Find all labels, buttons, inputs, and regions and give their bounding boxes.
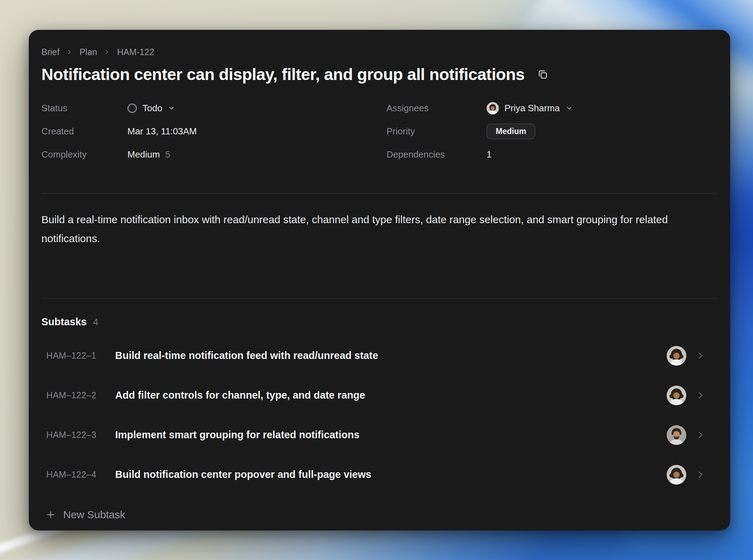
subtask-id: HAM–122–4: [46, 469, 109, 480]
chevron-right-icon: [66, 49, 72, 55]
field-label: Dependencies: [387, 149, 487, 160]
field-grid: Status Todo Created Mar 13, 11:03AM Comp…: [41, 96, 718, 166]
assignee-name: Priya Sharma: [504, 103, 560, 114]
status-value: Todo: [143, 103, 162, 114]
subtask-row[interactable]: HAM–122–4 Build notification center popo…: [41, 455, 718, 494]
woman-curly-avatar: [667, 386, 686, 405]
task-description: Build a real-time notification inbox wit…: [41, 210, 673, 248]
chevron-right-icon[interactable]: [695, 351, 705, 360]
dependencies-value: 1: [487, 149, 491, 160]
field-label: Complexity: [41, 149, 127, 160]
chevron-right-icon: [104, 49, 110, 55]
chevron-down-icon: [168, 105, 175, 112]
subtasks-heading: Subtasks: [41, 316, 87, 328]
subtask-row[interactable]: HAM–122–1 Build real-time notification f…: [41, 336, 718, 375]
breadcrumb-item-task-id[interactable]: HAM-122: [117, 47, 154, 57]
divider: [41, 298, 718, 299]
subtask-id: HAM–122–2: [46, 390, 109, 400]
subtask-row[interactable]: HAM–122–3 Implement smart grouping for r…: [41, 415, 718, 455]
field-created: Created Mar 13, 11:03AM: [41, 120, 379, 143]
field-label: Created: [41, 126, 127, 137]
field-column-right: Assignees Priya Sharma Priority Medium D…: [379, 96, 718, 166]
created-value: Mar 13, 11:03AM: [127, 126, 197, 137]
chevron-right-icon[interactable]: [695, 430, 705, 440]
subtask-row[interactable]: HAM–122–2 Add filter controls for channe…: [41, 375, 718, 415]
complexity-score: 5: [165, 149, 170, 160]
field-column-left: Status Todo Created Mar 13, 11:03AM Comp…: [41, 96, 379, 166]
subtask-title: Build notification center popover and fu…: [109, 469, 667, 480]
field-dependencies: Dependencies 1: [387, 143, 718, 166]
subtasks-header: Subtasks 4: [41, 316, 98, 329]
field-status: Status Todo: [41, 96, 379, 120]
new-subtask-button[interactable]: New Subtask: [41, 506, 130, 524]
field-assignees: Assignees Priya Sharma: [387, 96, 718, 120]
new-subtask-label: New Subtask: [63, 509, 125, 521]
subtask-id: HAM–122–1: [46, 351, 109, 361]
plus-icon: [46, 510, 55, 520]
field-label: Status: [41, 103, 127, 114]
subtask-id: HAM–122–3: [46, 430, 109, 440]
copy-icon: [537, 69, 548, 80]
subtask-title: Add filter controls for channel, type, a…: [109, 389, 667, 401]
task-detail-panel: Brief Plan HAM-122 Notification center c…: [29, 30, 730, 531]
field-complexity: Complexity Medium 5: [41, 143, 379, 166]
status-dropdown[interactable]: Todo: [127, 103, 175, 114]
breadcrumb-item-brief[interactable]: Brief: [41, 47, 59, 57]
woman-curly-avatar: [667, 346, 686, 366]
field-label: Priority: [387, 126, 487, 137]
field-priority: Priority Medium: [387, 120, 718, 143]
assignee-avatar: [487, 102, 499, 114]
page-title: Notification center can display, filter,…: [41, 64, 524, 85]
chevron-right-icon[interactable]: [695, 470, 705, 479]
status-todo-circle-icon: [127, 104, 137, 113]
chevron-down-icon: [566, 105, 573, 112]
subtask-list: HAM–122–1 Build real-time notification f…: [41, 336, 718, 494]
copy-title-button[interactable]: [536, 67, 550, 81]
priority-badge[interactable]: Medium: [487, 124, 535, 139]
title-row: Notification center can display, filter,…: [41, 64, 718, 85]
man-beard-avatar: [667, 425, 686, 445]
breadcrumb: Brief Plan HAM-122: [41, 47, 154, 57]
subtask-title: Implement smart grouping for related not…: [109, 429, 667, 441]
breadcrumb-item-plan[interactable]: Plan: [79, 47, 97, 57]
assignee-dropdown[interactable]: Priya Sharma: [487, 102, 573, 114]
subtasks-count: 4: [93, 317, 98, 328]
woman-curly-avatar: [667, 465, 686, 485]
subtask-title: Build real-time notification feed with r…: [109, 350, 667, 361]
complexity-value: Medium: [127, 149, 160, 160]
field-label: Assignees: [387, 103, 487, 114]
divider: [41, 193, 718, 194]
chevron-right-icon[interactable]: [695, 391, 705, 400]
